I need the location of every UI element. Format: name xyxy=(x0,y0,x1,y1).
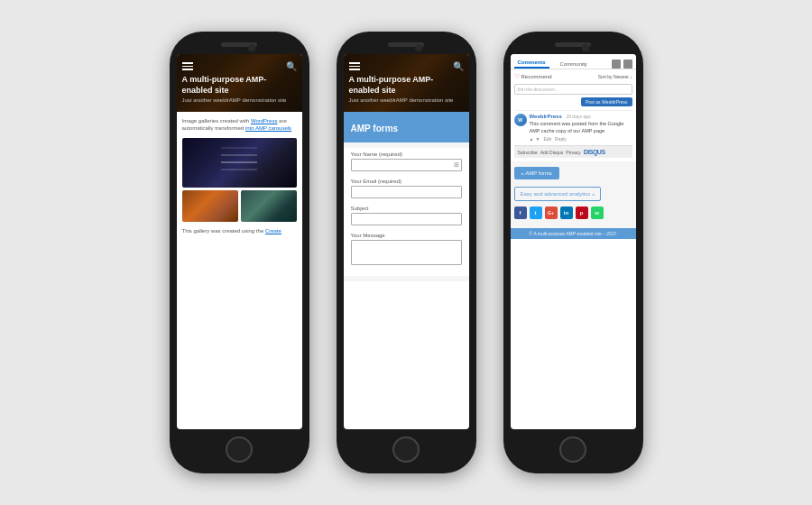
p3-comment-text: This comment was posted from the Google … xyxy=(530,121,632,134)
phone-screen-2: 🔍 A multi-purpose AMP-enabled site Just … xyxy=(344,54,469,429)
p3-site-footer: © A multi-purpose AMP-enabled site – 201… xyxy=(511,228,636,239)
p3-divider-1 xyxy=(514,110,632,111)
p2-hamburger-icon[interactable] xyxy=(349,62,360,70)
p1-gallery xyxy=(182,138,297,222)
p3-tab-icon-1[interactable] xyxy=(612,60,621,69)
p3-recommend-button[interactable]: ♡ Recommend xyxy=(514,73,552,80)
p3-tab-icons xyxy=(612,60,632,69)
p1-image-3 xyxy=(241,190,297,222)
p2-search-icon[interactable]: 🔍 xyxy=(453,61,464,71)
phone-home-button-3[interactable] xyxy=(559,436,586,463)
p2-body: AMP forms Your Name (required) ⊞ Your Em… xyxy=(344,112,469,281)
p2-amp-banner: AMP forms xyxy=(344,112,469,142)
p2-site-title: A multi-purpose AMP-enabled site xyxy=(349,75,464,96)
p1-footer-text: This gallery was created using the Creat… xyxy=(182,227,297,234)
p2-name-input[interactable]: ⊞ xyxy=(351,159,462,171)
phone-home-button-1[interactable] xyxy=(226,436,253,463)
p1-image-row xyxy=(182,190,297,222)
p3-next-nav-button[interactable]: Easy and advanced analytics » xyxy=(514,187,602,201)
p1-main-image xyxy=(182,138,297,188)
p3-twitter-button[interactable]: t xyxy=(530,207,542,219)
p2-nav: 🔍 xyxy=(349,61,464,71)
p3-pinterest-button[interactable]: p xyxy=(576,207,588,219)
p3-recommend-label: Recommend xyxy=(521,74,552,79)
p3-whatsapp-button[interactable]: w xyxy=(591,207,604,219)
p1-site-title: A multi-purpose AMP-enabled site xyxy=(182,75,297,96)
p2-form: Your Name (required) ⊞ Your Email (requi… xyxy=(344,148,469,276)
p3-tab-icon-2[interactable] xyxy=(623,60,632,69)
p1-header: 🔍 A multi-purpose AMP-enabled site Just … xyxy=(177,54,302,112)
p3-recommend-row: ♡ Recommend Sort by Newest ↓ xyxy=(514,73,632,80)
p2-site-subtitle: Just another weeblrAMP demonstration sit… xyxy=(349,97,464,103)
phone-3: Comments Community ♡ Recommend Sort by N… xyxy=(503,32,643,473)
phone-screen-1: 🔍 A multi-purpose AMP-enabled site Just … xyxy=(177,54,302,429)
tab-community[interactable]: Community xyxy=(557,60,591,69)
phone-camera-1 xyxy=(248,44,255,51)
tab-comments[interactable]: Comments xyxy=(514,58,549,69)
p3-linkedin-button[interactable]: in xyxy=(560,207,573,219)
p3-footer-text: © A multi-purpose AMP-enabled site – 201… xyxy=(530,231,617,236)
phone-1: 🔍 A multi-purpose AMP-enabled site Just … xyxy=(170,32,309,473)
phone-camera-2 xyxy=(415,44,422,51)
p1-wordpress-link[interactable]: WordPress xyxy=(251,118,278,124)
p3-privacy-link[interactable]: Privacy xyxy=(566,150,580,155)
p3-vote-buttons: ▲ ▼ xyxy=(530,136,540,142)
p3-user-avatar: W xyxy=(514,114,527,126)
p2-message-textarea[interactable] xyxy=(351,240,462,265)
p3-action-reply[interactable]: Reply xyxy=(555,136,567,142)
p2-field-message: Your Message xyxy=(351,233,462,265)
p3-gplus-button[interactable]: G+ xyxy=(545,207,558,219)
p3-comment-placeholder: Join the discussion... xyxy=(517,87,558,92)
p1-nav: 🔍 xyxy=(182,61,297,71)
p3-comment-author: WeeblrPress xyxy=(530,114,562,119)
p2-field-subject: Subject xyxy=(351,206,462,225)
hamburger-icon[interactable] xyxy=(182,62,193,70)
p1-create-link[interactable]: Create xyxy=(265,228,281,234)
p3-comment-item: W WeeblrPress 10 days ago This comment w… xyxy=(514,114,632,142)
p3-comment-time: 10 days ago xyxy=(566,114,590,119)
p1-image-2 xyxy=(182,190,238,222)
p3-disqus-brand: DISQUS xyxy=(584,149,605,155)
p2-field-email: Your Email (required) xyxy=(351,179,462,198)
p2-email-input[interactable] xyxy=(351,186,462,198)
p2-field-name: Your Name (required) ⊞ xyxy=(351,152,462,171)
p3-facebook-button[interactable]: f xyxy=(514,207,527,219)
p3-sort-dropdown[interactable]: Sort by Newest ↓ xyxy=(598,74,632,79)
p2-amp-forms-title: AMP forms xyxy=(351,124,399,133)
p3-downvote[interactable]: ▼ xyxy=(535,136,540,142)
p2-header: 🔍 A multi-purpose AMP-enabled site Just … xyxy=(344,54,469,112)
p3-comment-body: WeeblrPress 10 days ago This comment was… xyxy=(530,114,632,142)
p2-name-label: Your Name (required) xyxy=(351,152,462,157)
p3-prev-nav-button[interactable]: « AMP forms xyxy=(514,167,559,179)
p2-message-label: Your Message xyxy=(351,233,462,238)
p3-post-button[interactable]: Post as WeeblrPress xyxy=(581,97,632,106)
p1-gallery-description: Image galleries created with WordPress a… xyxy=(182,117,297,133)
p1-site-subtitle: Just another weeblrAMP demonstration sit… xyxy=(182,97,297,103)
p3-add-disqus-link[interactable]: Add Disqus xyxy=(540,150,564,155)
p2-email-label: Your Email (required) xyxy=(351,179,462,184)
search-icon[interactable]: 🔍 xyxy=(286,61,297,71)
p3-disqus-footer: Subscribe Add Disqus Privacy DISQUS xyxy=(514,145,632,158)
p1-body: Image galleries created with WordPress a… xyxy=(177,112,302,240)
p2-input-icon: ⊞ xyxy=(454,161,459,169)
p3-comment-actions: ▲ ▼ Edit Reply xyxy=(530,136,632,142)
p3-tabs: Comments Community xyxy=(511,54,636,69)
p3-nav-section: « AMP forms Easy and advanced analytics … xyxy=(511,161,636,228)
p3-recommend-section: ♡ Recommend Sort by Newest ↓ Join the di… xyxy=(511,69,636,161)
p3-upvote[interactable]: ▲ xyxy=(530,136,534,142)
p3-action-edit[interactable]: Edit xyxy=(543,136,551,142)
p3-comment-input[interactable]: Join the discussion... xyxy=(514,84,632,95)
phone-screen-3: Comments Community ♡ Recommend Sort by N… xyxy=(511,54,636,429)
phone-camera-3 xyxy=(582,44,589,51)
p2-subject-label: Subject xyxy=(351,206,462,211)
p1-amp-link[interactable]: into AMP carousels xyxy=(245,125,291,131)
p2-subject-input[interactable] xyxy=(351,213,462,225)
p3-social-row: f t G+ in p w xyxy=(514,207,632,219)
p3-subscribe-link[interactable]: Subscribe xyxy=(518,150,538,155)
heart-icon: ♡ xyxy=(514,73,520,80)
phone-home-button-2[interactable] xyxy=(392,436,420,463)
phone-2: 🔍 A multi-purpose AMP-enabled site Just … xyxy=(337,32,476,473)
